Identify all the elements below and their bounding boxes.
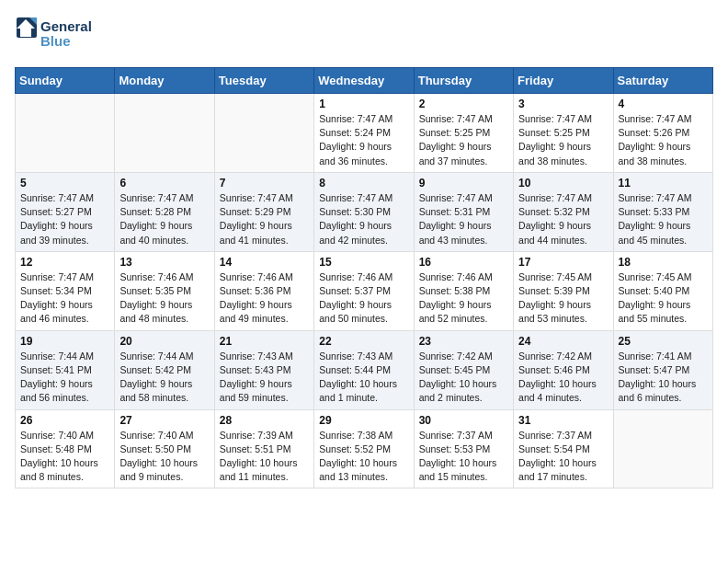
day-detail: Sunrise: 7:42 AM Sunset: 5:45 PM Dayligh…	[419, 350, 508, 406]
svg-text:Blue: Blue	[40, 33, 71, 49]
calendar-week-row: 12Sunrise: 7:47 AM Sunset: 5:34 PM Dayli…	[16, 251, 713, 330]
day-number: 16	[419, 256, 508, 269]
day-detail: Sunrise: 7:44 AM Sunset: 5:42 PM Dayligh…	[119, 350, 209, 406]
day-number: 5	[20, 177, 109, 190]
day-number: 15	[319, 256, 408, 269]
day-number: 22	[319, 335, 408, 348]
day-detail: Sunrise: 7:40 AM Sunset: 5:50 PM Dayligh…	[119, 429, 209, 485]
day-detail: Sunrise: 7:47 AM Sunset: 5:25 PM Dayligh…	[518, 112, 608, 168]
calendar-table: SundayMondayTuesdayWednesdayThursdayFrid…	[15, 67, 713, 488]
day-number: 14	[220, 256, 309, 269]
day-number: 31	[518, 414, 608, 427]
weekday-header-wednesday: Wednesday	[314, 68, 414, 94]
day-detail: Sunrise: 7:38 AM Sunset: 5:52 PM Dayligh…	[319, 429, 408, 485]
day-number: 30	[419, 414, 508, 427]
calendar-cell: 22Sunrise: 7:43 AM Sunset: 5:44 PM Dayli…	[314, 330, 414, 409]
calendar-cell: 18Sunrise: 7:45 AM Sunset: 5:40 PM Dayli…	[613, 251, 712, 330]
day-detail: Sunrise: 7:46 AM Sunset: 5:37 PM Dayligh…	[319, 270, 408, 327]
day-number: 9	[419, 177, 508, 190]
day-number: 8	[319, 177, 408, 190]
day-number: 20	[119, 335, 209, 348]
day-detail: Sunrise: 7:41 AM Sunset: 5:47 PM Dayligh…	[619, 350, 708, 406]
day-detail: Sunrise: 7:42 AM Sunset: 5:46 PM Dayligh…	[518, 350, 608, 406]
calendar-cell	[16, 94, 115, 173]
calendar-cell: 19Sunrise: 7:44 AM Sunset: 5:41 PM Dayli…	[16, 330, 115, 409]
day-number: 3	[518, 98, 608, 110]
day-detail: Sunrise: 7:47 AM Sunset: 5:34 PM Dayligh…	[20, 270, 109, 327]
calendar-cell: 27Sunrise: 7:40 AM Sunset: 5:50 PM Dayli…	[115, 409, 214, 488]
calendar-cell: 5Sunrise: 7:47 AM Sunset: 5:27 PM Daylig…	[16, 172, 115, 251]
calendar-cell: 2Sunrise: 7:47 AM Sunset: 5:25 PM Daylig…	[414, 94, 513, 173]
calendar-cell: 25Sunrise: 7:41 AM Sunset: 5:47 PM Dayli…	[613, 330, 712, 409]
calendar-cell: 26Sunrise: 7:40 AM Sunset: 5:48 PM Dayli…	[16, 409, 115, 488]
logo: General Blue	[15, 15, 97, 56]
calendar-cell: 14Sunrise: 7:46 AM Sunset: 5:36 PM Dayli…	[214, 251, 313, 330]
weekday-header-row: SundayMondayTuesdayWednesdayThursdayFrid…	[16, 68, 713, 94]
calendar-cell: 11Sunrise: 7:47 AM Sunset: 5:33 PM Dayli…	[613, 172, 712, 251]
day-number: 2	[419, 98, 508, 110]
day-detail: Sunrise: 7:47 AM Sunset: 5:29 PM Dayligh…	[220, 191, 309, 247]
calendar-cell: 3Sunrise: 7:47 AM Sunset: 5:25 PM Daylig…	[514, 94, 613, 173]
weekday-header-sunday: Sunday	[16, 68, 115, 94]
calendar-cell: 16Sunrise: 7:46 AM Sunset: 5:38 PM Dayli…	[414, 251, 513, 330]
day-detail: Sunrise: 7:47 AM Sunset: 5:26 PM Dayligh…	[619, 112, 708, 168]
day-detail: Sunrise: 7:47 AM Sunset: 5:25 PM Dayligh…	[419, 112, 508, 168]
calendar-cell: 31Sunrise: 7:37 AM Sunset: 5:54 PM Dayli…	[514, 409, 613, 488]
calendar-cell: 17Sunrise: 7:45 AM Sunset: 5:39 PM Dayli…	[514, 251, 613, 330]
calendar-cell: 20Sunrise: 7:44 AM Sunset: 5:42 PM Dayli…	[115, 330, 214, 409]
calendar-cell: 24Sunrise: 7:42 AM Sunset: 5:46 PM Dayli…	[514, 330, 613, 409]
calendar-cell: 15Sunrise: 7:46 AM Sunset: 5:37 PM Dayli…	[314, 251, 414, 330]
day-number: 4	[619, 98, 708, 110]
calendar-cell: 6Sunrise: 7:47 AM Sunset: 5:28 PM Daylig…	[115, 172, 214, 251]
day-number: 23	[419, 335, 508, 348]
weekday-header-thursday: Thursday	[414, 68, 513, 94]
day-detail: Sunrise: 7:47 AM Sunset: 5:31 PM Dayligh…	[419, 191, 508, 247]
day-number: 10	[518, 177, 608, 190]
day-number: 6	[119, 177, 209, 190]
calendar-cell	[115, 94, 214, 173]
calendar-cell: 9Sunrise: 7:47 AM Sunset: 5:31 PM Daylig…	[414, 172, 513, 251]
day-number: 13	[119, 256, 209, 269]
day-number: 12	[20, 256, 109, 269]
calendar-week-row: 19Sunrise: 7:44 AM Sunset: 5:41 PM Dayli…	[16, 330, 713, 409]
calendar-cell	[214, 94, 313, 173]
day-number: 27	[119, 414, 209, 427]
calendar-cell: 1Sunrise: 7:47 AM Sunset: 5:24 PM Daylig…	[314, 94, 414, 173]
day-detail: Sunrise: 7:39 AM Sunset: 5:51 PM Dayligh…	[220, 429, 309, 485]
calendar-week-row: 26Sunrise: 7:40 AM Sunset: 5:48 PM Dayli…	[16, 409, 713, 488]
weekday-header-saturday: Saturday	[613, 68, 712, 94]
day-detail: Sunrise: 7:47 AM Sunset: 5:33 PM Dayligh…	[619, 191, 708, 247]
day-detail: Sunrise: 7:47 AM Sunset: 5:28 PM Dayligh…	[119, 191, 209, 247]
day-detail: Sunrise: 7:43 AM Sunset: 5:44 PM Dayligh…	[319, 350, 408, 406]
day-number: 17	[518, 256, 608, 269]
day-number: 29	[319, 414, 408, 427]
calendar-cell: 30Sunrise: 7:37 AM Sunset: 5:53 PM Dayli…	[414, 409, 513, 488]
calendar-cell: 28Sunrise: 7:39 AM Sunset: 5:51 PM Dayli…	[214, 409, 313, 488]
calendar-cell: 21Sunrise: 7:43 AM Sunset: 5:43 PM Dayli…	[214, 330, 313, 409]
day-number: 24	[518, 335, 608, 348]
day-number: 7	[220, 177, 309, 190]
calendar-week-row: 1Sunrise: 7:47 AM Sunset: 5:24 PM Daylig…	[16, 94, 713, 173]
calendar-cell	[613, 409, 712, 488]
calendar-cell: 23Sunrise: 7:42 AM Sunset: 5:45 PM Dayli…	[414, 330, 513, 409]
day-number: 26	[20, 414, 109, 427]
weekday-header-tuesday: Tuesday	[214, 68, 313, 94]
day-detail: Sunrise: 7:47 AM Sunset: 5:30 PM Dayligh…	[319, 191, 408, 247]
calendar-week-row: 5Sunrise: 7:47 AM Sunset: 5:27 PM Daylig…	[16, 172, 713, 251]
day-detail: Sunrise: 7:46 AM Sunset: 5:35 PM Dayligh…	[119, 270, 209, 327]
day-number: 19	[20, 335, 109, 348]
day-detail: Sunrise: 7:46 AM Sunset: 5:36 PM Dayligh…	[220, 270, 309, 327]
day-number: 25	[619, 335, 708, 348]
logo-svg: General Blue	[15, 15, 97, 56]
calendar-cell: 13Sunrise: 7:46 AM Sunset: 5:35 PM Dayli…	[115, 251, 214, 330]
calendar-cell: 10Sunrise: 7:47 AM Sunset: 5:32 PM Dayli…	[514, 172, 613, 251]
day-detail: Sunrise: 7:47 AM Sunset: 5:24 PM Dayligh…	[319, 112, 408, 168]
day-detail: Sunrise: 7:37 AM Sunset: 5:54 PM Dayligh…	[518, 429, 608, 485]
day-detail: Sunrise: 7:47 AM Sunset: 5:32 PM Dayligh…	[518, 191, 608, 247]
day-number: 28	[220, 414, 309, 427]
day-detail: Sunrise: 7:45 AM Sunset: 5:39 PM Dayligh…	[518, 270, 608, 327]
calendar-cell: 8Sunrise: 7:47 AM Sunset: 5:30 PM Daylig…	[314, 172, 414, 251]
day-number: 18	[619, 256, 708, 269]
day-detail: Sunrise: 7:37 AM Sunset: 5:53 PM Dayligh…	[419, 429, 508, 485]
calendar-cell: 7Sunrise: 7:47 AM Sunset: 5:29 PM Daylig…	[214, 172, 313, 251]
